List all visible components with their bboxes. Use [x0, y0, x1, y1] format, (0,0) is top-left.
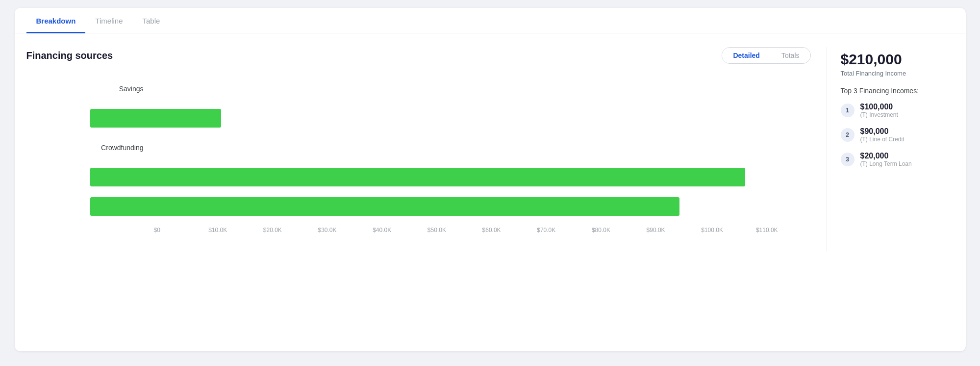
- total-label: Total Financing Income: [841, 70, 954, 77]
- top-item-name-3: (T) Long Term Loan: [860, 160, 912, 167]
- x-tick-4: $40.0K: [373, 227, 427, 234]
- top-item-info-1: $100,000 (T) Investment: [860, 103, 898, 118]
- chart-section: Financing sources Detailed Totals Saving…: [26, 47, 827, 251]
- bar-row-investment: Investment: [90, 168, 811, 186]
- x-tick-5: $50.0K: [427, 227, 482, 234]
- chart-header: Financing sources Detailed Totals: [26, 47, 811, 64]
- top-item-3: 3 $20,000 (T) Long Term Loan: [841, 152, 954, 167]
- view-toggle: Detailed Totals: [722, 47, 810, 64]
- bar-chart: Savings Loan Crowdfunding: [26, 79, 811, 251]
- x-tick-1: $10.0K: [208, 227, 263, 234]
- rank-badge-2: 2: [841, 128, 854, 142]
- x-tick-7: $70.0K: [537, 227, 592, 234]
- tab-timeline[interactable]: Timeline: [85, 8, 132, 33]
- bar-row-loan: Loan: [90, 109, 811, 128]
- bar-track-investment: [90, 168, 811, 186]
- x-axis: $0 $10.0K $20.0K $30.0K $40.0K $50.0K $6…: [90, 227, 811, 234]
- bar-track-savings: [90, 79, 811, 98]
- x-tick-3: $30.0K: [318, 227, 373, 234]
- bar-fill-investment: [90, 168, 745, 186]
- tab-breakdown[interactable]: Breakdown: [26, 8, 86, 33]
- chart-title: Financing sources: [26, 50, 113, 61]
- top-item-amount-3: $20,000: [860, 152, 912, 160]
- total-amount: $210,000: [841, 51, 954, 68]
- tabs-bar: Breakdown Timeline Table: [15, 8, 966, 33]
- sidebar: $210,000 Total Financing Income Top 3 Fi…: [827, 47, 954, 251]
- main-content: Financing sources Detailed Totals Saving…: [15, 33, 966, 263]
- bar-fill-line-of-credit: [90, 197, 679, 216]
- top-item-name-1: (T) Investment: [860, 111, 898, 118]
- top-item-info-2: $90,000 (T) Line of Credit: [860, 127, 905, 143]
- x-tick-10: $100.0K: [701, 227, 756, 234]
- toggle-detailed[interactable]: Detailed: [722, 48, 770, 63]
- top-item-amount-2: $90,000: [860, 127, 905, 136]
- top-item-1: 1 $100,000 (T) Investment: [841, 103, 954, 118]
- x-tick-2: $20.0K: [263, 227, 318, 234]
- top-item-name-2: (T) Line of Credit: [860, 136, 905, 143]
- x-tick-0: $0: [154, 227, 209, 234]
- main-container: Breakdown Timeline Table Financing sourc…: [15, 8, 966, 351]
- bar-row-savings: Savings: [90, 79, 811, 98]
- bar-track-loan: [90, 109, 811, 128]
- bar-fill-loan: [90, 109, 221, 128]
- toggle-totals[interactable]: Totals: [771, 48, 810, 63]
- x-tick-9: $90.0K: [647, 227, 702, 234]
- top-item-amount-1: $100,000: [860, 103, 898, 111]
- rank-badge-3: 3: [841, 153, 854, 166]
- x-tick-6: $60.0K: [482, 227, 537, 234]
- bar-track-crowdfunding: [90, 138, 811, 157]
- x-tick-11: $110.0K: [756, 227, 811, 234]
- tab-table[interactable]: Table: [133, 8, 170, 33]
- top-item-2: 2 $90,000 (T) Line of Credit: [841, 127, 954, 143]
- bar-track-line-of-credit: [90, 197, 811, 216]
- bar-row-crowdfunding: Crowdfunding: [90, 138, 811, 157]
- bar-row-line-of-credit: Line of Credit: [90, 197, 811, 216]
- rank-badge-1: 1: [841, 104, 854, 117]
- x-tick-8: $80.0K: [592, 227, 647, 234]
- top-financing-label: Top 3 Financing Incomes:: [841, 87, 954, 95]
- top-item-info-3: $20,000 (T) Long Term Loan: [860, 152, 912, 167]
